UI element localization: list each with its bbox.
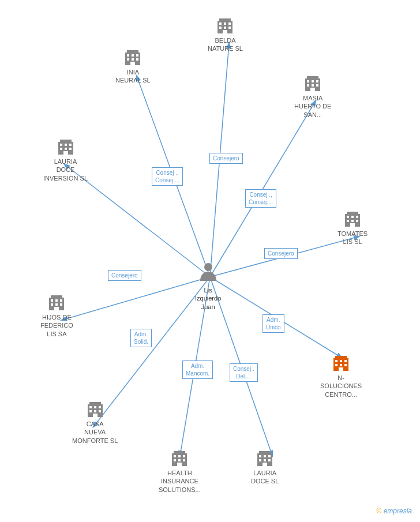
building-icon-masia: [304, 75, 321, 92]
building-icon-health: [171, 450, 188, 467]
building-icon-tomates: [344, 211, 361, 228]
node-label-lauria_doce_inv: LAURIADOCEINVERSION SL: [43, 157, 88, 182]
node-n_soluciones: N-SOLUCIONESCENTRO...: [320, 355, 362, 399]
svg-rect-30: [307, 76, 318, 80]
svg-rect-57: [51, 295, 62, 299]
node-casa_nueva: CASANUEVAMONFORTE SL: [72, 401, 118, 445]
svg-rect-96: [268, 455, 271, 457]
svg-rect-80: [94, 410, 96, 412]
svg-rect-26: [224, 27, 226, 29]
svg-rect-44: [65, 148, 67, 150]
svg-rect-52: [347, 220, 349, 222]
svg-line-5: [62, 277, 210, 320]
svg-rect-77: [94, 406, 96, 408]
node-lauria_doce: LAURIADOCE SL: [251, 450, 279, 486]
svg-rect-95: [264, 455, 266, 457]
edge-label-el4: Consejero: [264, 248, 298, 259]
svg-rect-70: [335, 364, 337, 366]
svg-rect-62: [55, 303, 58, 306]
svg-rect-60: [60, 299, 62, 302]
svg-rect-33: [316, 80, 318, 82]
svg-rect-45: [69, 148, 72, 150]
edge-label-el1: Consej .,Consej....: [152, 167, 183, 186]
svg-rect-31: [307, 80, 309, 82]
svg-rect-53: [351, 220, 354, 222]
node-lauria_doce_inv: LAURIADOCEINVERSION SL: [43, 138, 88, 182]
building-icon-inia: [124, 49, 141, 66]
svg-rect-93: [259, 451, 271, 455]
center-node: LisIzquierdoJuan: [195, 261, 221, 311]
node-hijos: HIJOS DEFEDERICOLIS SA: [40, 294, 73, 338]
svg-rect-28: [223, 30, 227, 33]
svg-rect-24: [228, 22, 231, 25]
edge-label-el8: Adm.Mancom.: [182, 360, 213, 379]
svg-rect-81: [99, 410, 101, 412]
edge-label-el2: Consejero: [209, 153, 243, 164]
building-icon-lauria_doce: [256, 450, 273, 467]
svg-rect-12: [127, 50, 138, 54]
edge-label-el9: Consej .Del....: [230, 363, 258, 382]
svg-rect-22: [219, 22, 222, 25]
svg-rect-59: [55, 299, 58, 302]
svg-rect-67: [335, 360, 337, 362]
svg-rect-32: [312, 80, 314, 82]
svg-rect-89: [178, 459, 181, 461]
svg-rect-35: [312, 84, 314, 87]
svg-rect-66: [335, 356, 347, 359]
building-icon-belda: [216, 17, 234, 35]
svg-rect-82: [93, 414, 97, 417]
svg-rect-94: [259, 455, 261, 457]
svg-rect-41: [65, 144, 67, 146]
svg-rect-46: [63, 151, 68, 155]
person-icon: [198, 261, 219, 284]
node-inia: INIANEURAL SL: [115, 49, 151, 85]
svg-rect-58: [51, 299, 53, 302]
svg-rect-14: [132, 54, 134, 57]
svg-rect-36: [316, 84, 318, 87]
node-tomates: TOMATESLIS SL: [337, 211, 367, 246]
svg-rect-71: [340, 364, 342, 366]
node-label-belda: BELDANATURE SL: [208, 36, 243, 53]
node-masia: MASIAHUERTO DESAN...: [294, 75, 331, 119]
building-icon-hijos: [48, 294, 65, 311]
svg-rect-63: [60, 303, 62, 306]
svg-rect-48: [347, 212, 358, 215]
svg-rect-16: [127, 58, 129, 61]
svg-rect-79: [89, 410, 92, 412]
svg-rect-49: [347, 216, 349, 218]
watermark-text: empresia: [384, 507, 412, 515]
svg-rect-98: [264, 459, 266, 461]
svg-rect-34: [307, 84, 309, 87]
svg-rect-21: [219, 18, 231, 22]
center-label: LisIzquierdoJuan: [195, 286, 221, 311]
node-label-casa_nueva: CASANUEVAMONFORTE SL: [72, 420, 118, 445]
svg-rect-15: [136, 54, 138, 57]
node-label-lauria_doce: LAURIADOCE SL: [251, 469, 279, 486]
copyright-symbol: ©: [376, 507, 381, 515]
svg-rect-27: [228, 27, 231, 29]
svg-rect-19: [130, 62, 135, 65]
svg-rect-87: [183, 455, 185, 457]
node-label-health: HEALTHINSURANCESOLUTIONS...: [159, 469, 201, 494]
svg-rect-17: [132, 58, 134, 61]
node-health: HEALTHINSURANCESOLUTIONS...: [159, 450, 201, 494]
svg-rect-25: [219, 27, 222, 29]
node-label-masia: MASIAHUERTO DESAN...: [294, 94, 331, 119]
svg-rect-64: [54, 307, 59, 310]
svg-rect-18: [136, 58, 138, 61]
node-belda: BELDANATURE SL: [208, 17, 243, 53]
svg-rect-40: [60, 144, 62, 146]
svg-rect-100: [262, 463, 267, 466]
svg-rect-68: [340, 360, 342, 362]
svg-rect-76: [89, 406, 92, 408]
svg-rect-54: [356, 220, 358, 222]
building-icon-n_soluciones: [332, 355, 350, 372]
svg-rect-99: [268, 459, 271, 461]
svg-rect-72: [344, 364, 347, 366]
edge-label-el6: Adm.Unico: [262, 314, 284, 333]
node-label-hijos: HIJOS DEFEDERICOLIS SA: [40, 313, 73, 338]
building-icon-lauria_doce_inv: [57, 138, 74, 156]
svg-rect-91: [177, 463, 182, 466]
svg-rect-75: [89, 402, 101, 405]
watermark: © empresia: [376, 507, 412, 515]
